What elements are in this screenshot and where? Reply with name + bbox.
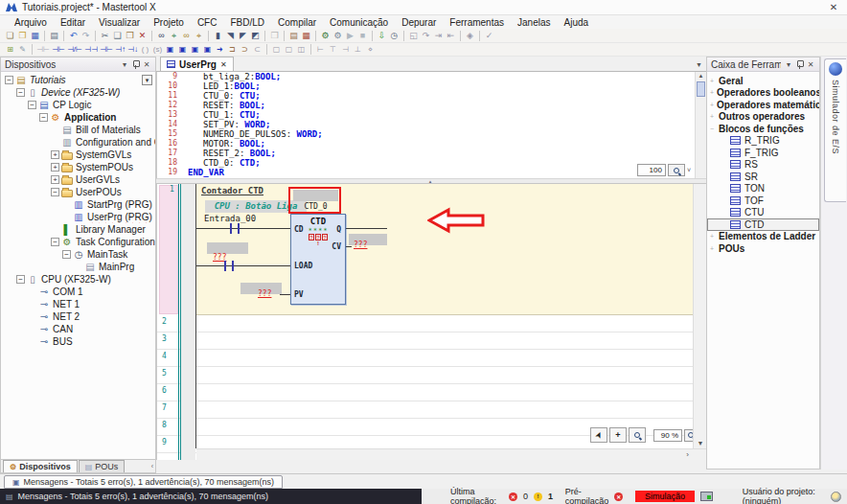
box-parallel-button[interactable]: ◫: [295, 43, 308, 56]
tree-item-cpu-xf325-w[interactable]: −▯CPU (XF325-W): [1, 273, 155, 286]
cut-button[interactable]: ✂: [99, 30, 111, 42]
tree-item-userpous[interactable]: −UserPOUs: [1, 186, 155, 198]
st-zoom-button[interactable]: [668, 164, 685, 176]
bookmark-button[interactable]: ▮: [212, 30, 224, 42]
tree-item-application[interactable]: −⚙Application: [1, 111, 155, 124]
expander-icon[interactable]: −: [28, 101, 36, 109]
tree-item-startprg-prg[interactable]: ▥StartPrg (PRG): [1, 198, 155, 211]
scroll-right-icon[interactable]: ›: [686, 450, 689, 459]
menu-fbd-ld[interactable]: FBD/LD: [223, 17, 271, 28]
close-window-button[interactable]: ✕: [826, 2, 841, 12]
runtime-clock-button[interactable]: ◷: [388, 30, 401, 42]
tree-item-task-configuration[interactable]: −⚙Task Configuration: [1, 236, 155, 248]
scroll-down-icon[interactable]: ▼: [694, 440, 706, 447]
close-tab-icon[interactable]: ✕: [220, 60, 227, 69]
expander-icon[interactable]: −: [16, 275, 25, 284]
insert-parallel-negated-button[interactable]: ⊣⊢: [99, 43, 114, 56]
insert-output-button[interactable]: ⊃: [239, 43, 251, 56]
user-globe-icon[interactable]: [831, 492, 841, 502]
clear-bookmarks-button[interactable]: ◩: [249, 30, 262, 42]
panel-menu-icon[interactable]: ▾: [120, 60, 129, 69]
toolbox-item-ctd[interactable]: CTD: [707, 218, 819, 231]
undo-button[interactable]: ↶: [67, 30, 80, 42]
toolbox-item-sr[interactable]: SR: [707, 171, 819, 183]
scroll-up-icon[interactable]: ▲: [696, 73, 706, 79]
device-dropdown-icon[interactable]: ▾: [142, 75, 152, 85]
toolbox-category-outros-operadores[interactable]: +Outros operadores: [707, 111, 819, 124]
tree-item-userprg-prg[interactable]: ▥UserPrg (PRG): [1, 211, 155, 223]
insert-return-button[interactable]: ⊐: [226, 43, 239, 56]
insert-block4-button[interactable]: ▣: [201, 43, 214, 56]
box-with-en-button[interactable]: ▢: [270, 43, 283, 56]
next-bookmark-button[interactable]: ◥: [224, 30, 237, 42]
tab-userprg[interactable]: UserPrg ✕: [160, 57, 234, 71]
code-line[interactable]: 13CTU_1: CTU;: [157, 110, 706, 120]
breakpoint-button[interactable]: ◱: [407, 30, 420, 42]
recompile-button[interactable]: ⚙: [332, 30, 344, 42]
copy-button[interactable]: ❑: [111, 30, 124, 42]
code-line[interactable]: 19END_VAR: [157, 168, 706, 177]
find-in-project-button[interactable]: ∞: [180, 30, 193, 42]
contact-disabled-button[interactable]: ⊣⊢: [35, 43, 51, 56]
ladder-vscrollbar[interactable]: ▼: [693, 184, 706, 448]
menu-projeto[interactable]: Projeto: [147, 17, 191, 28]
ladder-hscrollbar[interactable]: ›: [196, 448, 706, 460]
code-line[interactable]: 9bt_liga_2:BOOL;: [157, 72, 706, 81]
edit-network-button[interactable]: ✎: [16, 43, 29, 56]
menu-comunica-o[interactable]: Comunicação: [323, 17, 395, 28]
network-4[interactable]: 4: [157, 350, 693, 367]
expander-icon[interactable]: +: [710, 113, 716, 120]
delete-button[interactable]: ✕: [136, 30, 149, 42]
expander-icon[interactable]: −: [62, 250, 71, 259]
code-line[interactable]: 12RESET: BOOL;: [157, 101, 706, 110]
insert-negated-contact-button[interactable]: ⊣/⊢: [66, 43, 83, 56]
menu-visualizar[interactable]: Visualizar: [92, 17, 147, 28]
pin-icon[interactable]: [796, 60, 803, 69]
step-over-button[interactable]: ↷: [420, 30, 432, 42]
insert-set-coil-button[interactable]: (s): [151, 43, 164, 56]
run-button[interactable]: ▶: [344, 30, 356, 42]
zoom-button[interactable]: [629, 427, 646, 443]
tree-item-library-manager[interactable]: ▌Library Manager: [1, 223, 155, 236]
menu-editar[interactable]: Editar: [54, 17, 92, 28]
close-panel-icon[interactable]: ✕: [142, 60, 151, 69]
tree-item-can[interactable]: ⊸CAN: [1, 323, 155, 335]
save-button[interactable]: ▦: [29, 30, 41, 42]
st-zoom-dropdown-icon[interactable]: ˅: [687, 167, 691, 173]
insert-contact-button[interactable]: ⊣⊢: [51, 43, 66, 56]
tree-item-net-2[interactable]: ⊸NET 2: [1, 310, 155, 323]
expander-icon[interactable]: +: [710, 78, 716, 84]
branch-end-button[interactable]: ⊣: [339, 43, 352, 56]
tree-item-mainprg[interactable]: ▤MainPrg: [1, 261, 155, 273]
network-3[interactable]: 3: [157, 332, 693, 350]
network-6[interactable]: 6: [157, 384, 693, 401]
tree-item-com-1[interactable]: ⊸COM 1: [1, 286, 155, 298]
code-line[interactable]: 11CTU_0: CTU;: [157, 91, 706, 101]
tree-item-maintask[interactable]: −◷MainTask: [1, 248, 155, 261]
expander-icon[interactable]: −: [710, 126, 716, 132]
stop-button[interactable]: ■: [356, 30, 369, 42]
menu-depurar[interactable]: Depurar: [395, 17, 443, 28]
scrollbar-thumb[interactable]: [697, 81, 705, 97]
expander-icon[interactable]: −: [16, 88, 25, 97]
falling-edge-contact-button[interactable]: ⊣↓: [126, 43, 139, 56]
menu-compilar[interactable]: Compilar: [271, 17, 323, 28]
network-7[interactable]: 7: [157, 401, 693, 419]
st-editor-scrollbar[interactable]: ▲: [695, 72, 706, 178]
panel-menu-icon[interactable]: ▾: [784, 60, 793, 69]
tree-item-systempous[interactable]: +SystemPOUs: [1, 161, 155, 173]
toolbox-item-f-trig[interactable]: F_TRIG: [707, 147, 819, 159]
branch-start-button[interactable]: ⊢: [314, 43, 327, 56]
tree-item-bus[interactable]: ⊸BUS: [1, 335, 155, 348]
ladder-editor[interactable]: 23456789 1 Contador CTD CPU : Botão Liga…: [156, 184, 706, 460]
toolbox-category-elementos-de-ladder[interactable]: +Elementos de Ladder: [707, 231, 819, 243]
insert-network-button[interactable]: ⊞: [4, 43, 16, 56]
tree-item-bill-of-materials[interactable]: ▤Bill of Materials: [1, 124, 155, 136]
replace-button[interactable]: ⌖: [193, 30, 205, 42]
toolbox-item-ton[interactable]: TON: [707, 183, 819, 195]
code-line[interactable]: 14SET_PV: WORD;: [157, 120, 706, 129]
tab-scroll-arrows[interactable]: ‹: [151, 460, 155, 472]
properties-button[interactable]: ❒: [268, 30, 281, 42]
menu-cfc[interactable]: CFC: [191, 17, 224, 28]
st-zoom-value[interactable]: 100: [637, 164, 666, 176]
